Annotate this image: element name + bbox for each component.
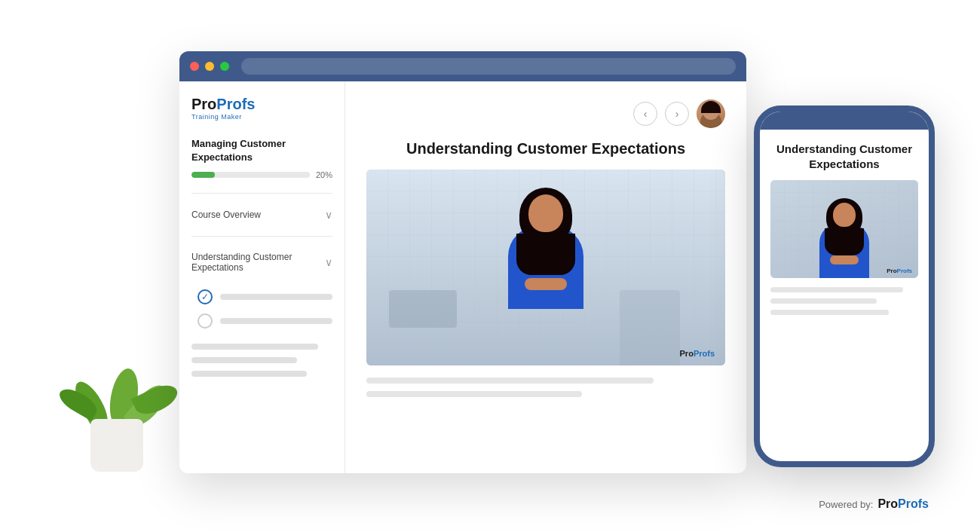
minimize-button[interactable] [205, 62, 214, 71]
mobile-video-player[interactable]: ProProfs [770, 180, 918, 278]
mobile-line [770, 287, 903, 292]
video-watermark: ProProfs [680, 349, 715, 358]
sidebar-item-understanding[interactable]: Understanding Customer Expectations ∨ [191, 244, 332, 280]
maximize-button[interactable] [220, 62, 229, 71]
powered-by-footer: Powered by: ProProfs [819, 497, 929, 511]
divider [191, 236, 332, 237]
content-line [366, 378, 654, 384]
chevron-down-icon: ∨ [325, 209, 332, 221]
mobile-notch [814, 112, 874, 130]
powered-profs: Profs [898, 497, 929, 510]
sidebar-item-course-overview[interactable]: Course Overview ∨ [191, 201, 332, 228]
browser-body: ProProfs Training Maker Managing Custome… [179, 81, 746, 473]
plant-decoration [68, 306, 166, 472]
mobile-line [770, 310, 889, 315]
powered-by-logo: ProProfs [877, 497, 929, 511]
sub-item-text-placeholder [220, 318, 332, 324]
sub-item-text-placeholder [220, 294, 332, 300]
prev-arrow-button[interactable]: ‹ [633, 102, 657, 126]
mobile-person [819, 201, 869, 278]
sub-item-checked[interactable]: ✓ [198, 285, 332, 309]
user-avatar[interactable] [697, 99, 725, 128]
mobile-video-title: Understanding Customer Expectations [770, 142, 918, 171]
sub-item-unchecked[interactable] [198, 309, 332, 333]
logo-pro: Pro [191, 96, 216, 112]
close-button[interactable] [190, 62, 199, 71]
placeholder-line [191, 371, 307, 377]
placeholder-line [191, 344, 318, 350]
logo-wordmark: ProProfs [191, 96, 332, 112]
plant-leaves [79, 307, 155, 428]
powered-by-label: Powered by: [819, 499, 873, 510]
empty-circle-icon [198, 313, 213, 329]
divider [191, 193, 332, 194]
next-arrow-button[interactable]: › [665, 102, 689, 126]
nav-item-label: Course Overview [191, 209, 261, 220]
desktop-browser: ProProfs Training Maker Managing Custome… [179, 51, 746, 473]
chevron-down-icon: ∨ [325, 256, 332, 268]
plant-pot [90, 419, 143, 472]
main-content-area: ‹ › Understanding Customer Expectations [345, 81, 746, 473]
video-title: Understanding Customer Expectations [366, 140, 725, 157]
nav-item-label: Understanding Customer Expectations [191, 252, 325, 273]
progress-bar-background [191, 172, 310, 178]
logo-subtitle: Training Maker [191, 113, 332, 121]
video-table [389, 290, 457, 328]
placeholder-content [191, 338, 332, 390]
mobile-content-area: Understanding Customer Expectations [760, 130, 929, 461]
mobile-watermark: ProProfs [887, 268, 912, 274]
video-chair [620, 290, 680, 365]
watermark-pro: Pro [680, 349, 694, 358]
proprofs-logo: ProProfs Training Maker [191, 96, 332, 121]
course-title: Managing Customer Expectations [191, 137, 332, 164]
mobile-mockup: Understanding Customer Expectations [754, 105, 935, 467]
browser-titlebar [179, 51, 746, 81]
mobile-watermark-profs: Profs [897, 268, 912, 274]
scene: ProProfs Training Maker Managing Custome… [0, 0, 980, 532]
progress-fill [191, 172, 215, 178]
video-player[interactable]: ProProfs [366, 170, 725, 365]
placeholder-line [191, 357, 297, 363]
url-bar[interactable] [241, 58, 736, 75]
mobile-line [770, 298, 877, 304]
progress-row: 20% [191, 170, 332, 179]
video-person [493, 192, 599, 365]
main-header: ‹ › [366, 99, 725, 128]
course-sidebar: ProProfs Training Maker Managing Custome… [179, 81, 345, 473]
logo-profs: Profs [216, 96, 255, 112]
powered-pro: Pro [877, 497, 898, 510]
sub-items-list: ✓ [191, 280, 332, 338]
check-circle-icon: ✓ [198, 289, 213, 304]
mobile-content-lines [770, 287, 918, 315]
content-line [366, 391, 582, 397]
content-placeholder-lines [366, 378, 725, 397]
mobile-watermark-pro: Pro [887, 268, 896, 274]
watermark-profs: Profs [694, 349, 715, 358]
progress-label: 20% [316, 170, 332, 179]
